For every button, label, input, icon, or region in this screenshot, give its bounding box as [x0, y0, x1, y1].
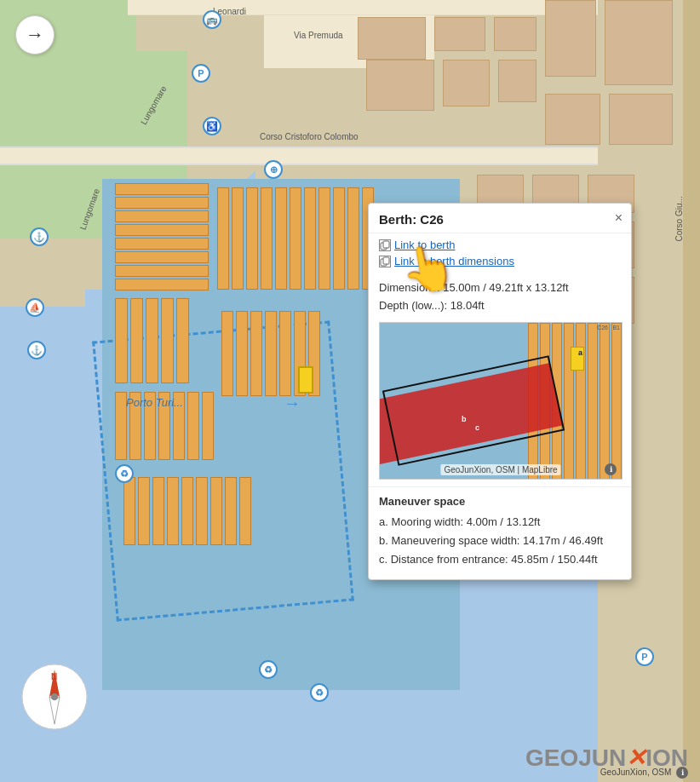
popup-close-button[interactable]: ×	[615, 210, 623, 226]
berth-right-2	[232, 187, 244, 290]
copy-icon-2	[379, 256, 391, 267]
berth-col-left-2	[130, 298, 143, 383]
berth-low-8	[225, 477, 237, 545]
street-giusep: Corso Giu...	[674, 196, 684, 241]
svg-point-8	[51, 693, 58, 700]
marina-label: Porto Turi...	[126, 396, 183, 409]
map-icon-eco: ♻	[115, 464, 134, 483]
preview-label-b2: C26	[597, 325, 608, 331]
preview-berth-col-2	[600, 323, 610, 480]
logo-attribution: GeoJunXion, OSM ℹ	[600, 767, 688, 779]
berth-row-1b	[115, 197, 209, 209]
preview-label-b: b	[462, 415, 467, 423]
berth-low-4	[167, 477, 179, 545]
berth-low-2	[138, 477, 150, 545]
depth-row: Depth (low...): 18.04ft	[379, 297, 621, 315]
map-icon-anchor: ⚓	[30, 227, 49, 246]
berth-low-3	[152, 477, 164, 545]
building-2	[434, 17, 485, 51]
popup-map-preview: a b c B1 C26 GeoJunXion, OSM | MapLibre …	[379, 322, 623, 480]
info-icon[interactable]: ℹ	[676, 767, 688, 779]
berth-mid-6	[187, 392, 199, 460]
svg-text:N: N	[51, 672, 57, 681]
building-10	[609, 94, 673, 145]
building-1	[358, 17, 426, 60]
map-icon-roundabout: ⊕	[264, 160, 283, 179]
maneuver-c: c. Distance from entrance: 45.85m / 150.…	[379, 550, 621, 569]
berth-right-1	[217, 187, 229, 290]
popup-link-row-2: Link to berth dimensions	[379, 255, 621, 267]
berth-low-5	[181, 477, 193, 545]
berth-mid-7	[202, 392, 214, 460]
map-icon-anchor2: ⚓	[27, 341, 46, 359]
svg-rect-1	[383, 241, 389, 248]
berth-popup: Berth: C26 × Link to berth	[368, 203, 632, 580]
map-icon-bus: 🚌	[203, 10, 221, 29]
nav-arrow-icon: →	[26, 24, 44, 46]
dimensions-value: 15.00m / 49.21ft x 13.12ft	[443, 281, 568, 294]
map-icon-wheelchair: ♿	[203, 117, 221, 135]
attribution-text: GeoJunXion, OSM	[600, 768, 671, 777]
berth-right-9	[333, 187, 345, 290]
building-4	[366, 60, 434, 111]
building-7	[545, 0, 596, 77]
preview-label-b1: B1	[612, 325, 620, 331]
berth-col-left-1	[115, 298, 128, 383]
berth-right-5	[275, 187, 287, 290]
berth-col-left-5	[176, 298, 189, 383]
building-6	[498, 60, 536, 102]
popup-title: Berth: C26	[379, 212, 444, 227]
map-container: Leonardi Via Premuda Corso Cristoforo Co…	[0, 0, 700, 782]
preview-info-button[interactable]: ℹ	[605, 463, 617, 475]
popup-header: Berth: C26 ×	[369, 204, 631, 233]
popup-maneuver-section: Maneuver space a. Mooring width: 4.00m /…	[369, 486, 631, 579]
berth-low-6	[196, 477, 208, 545]
map-icon-eco2: ♻	[259, 660, 278, 679]
berth-row-1e	[115, 238, 209, 250]
berth-row-1a	[115, 183, 209, 195]
preview-label-a: a	[578, 348, 582, 357]
building-9	[545, 94, 600, 145]
popup-link-row-1: Link to berth	[379, 239, 621, 251]
svg-rect-3	[383, 257, 389, 264]
nav-arrow-button[interactable]: →	[15, 15, 55, 55]
berth-rs-2	[236, 311, 248, 396]
berth-rs-1	[221, 311, 233, 396]
preview-berth-col-1	[611, 323, 622, 480]
berth-row-1f	[115, 251, 209, 263]
road-colombo	[0, 147, 700, 165]
berth-right-10	[347, 187, 359, 290]
berth-low-9	[239, 477, 251, 545]
preview-label-c: c	[475, 423, 479, 432]
preview-attribution: GeoJunXion, OSM | MapLibre	[440, 464, 560, 475]
depth-label: Depth (low...):	[379, 299, 447, 312]
building-8	[605, 0, 673, 85]
dimensions-label: Dimensions:	[379, 281, 440, 294]
berth-rs-5	[279, 311, 291, 396]
logo-geo: GEO	[525, 745, 578, 771]
berth-low-1	[123, 477, 135, 545]
map-icon-eco3: ♻	[310, 683, 329, 702]
compass: N	[20, 663, 89, 731]
depth-value: 18.04ft	[450, 299, 485, 312]
maneuver-a: a. Mooring width: 4.00m / 13.12ft	[379, 513, 621, 532]
dimensions-row: Dimensions: 15.00m / 49.21ft x 13.12ft	[379, 279, 621, 297]
selected-berth[interactable]	[298, 366, 313, 394]
building-3	[494, 17, 536, 51]
map-icon-boat: ⛵	[26, 298, 44, 317]
right-road	[683, 0, 700, 782]
berth-rs-4	[265, 311, 277, 396]
berth-row-1h	[115, 279, 209, 290]
berth-col-left-3	[146, 298, 158, 383]
berth-low-7	[210, 477, 222, 545]
berth-right-8	[318, 187, 330, 290]
berth-row-1d	[115, 224, 209, 236]
preview-berth-col-3	[588, 323, 598, 480]
link-to-berth-dimensions[interactable]: Link to berth dimensions	[394, 255, 514, 267]
street-colombo: Corso Cristoforo Colombo	[260, 132, 359, 141]
popup-links-section: Link to berth Link to berth dimensions	[369, 233, 631, 276]
berth-right-7	[304, 187, 316, 290]
link-to-berth[interactable]: Link to berth	[394, 239, 456, 251]
berth-col-left-4	[161, 298, 174, 383]
building-5	[443, 60, 490, 106]
